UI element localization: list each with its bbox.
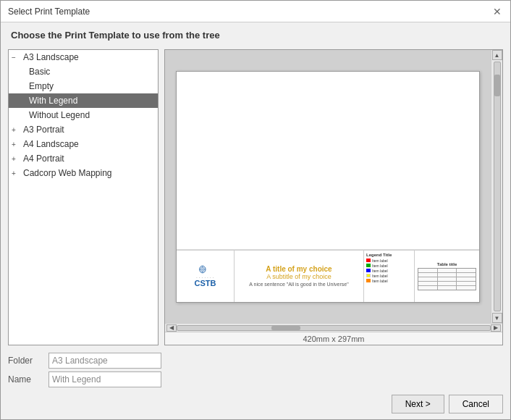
mini-cell-2-0 xyxy=(418,277,438,281)
name-label: Name xyxy=(8,374,43,385)
mini-cell-3-0 xyxy=(418,282,438,285)
expand-icon-a4-landscape: + xyxy=(12,140,23,148)
tree-label-empty: Empty xyxy=(29,81,54,91)
cstb-logo-icon xyxy=(199,264,212,274)
legend-item-1: Item label xyxy=(366,264,412,268)
mini-cell-3-2 xyxy=(457,282,476,285)
tree-item-cadcorp-web-mapping[interactable]: + Cadcorp Web Mapping xyxy=(9,166,158,180)
tree-item-a4-landscape[interactable]: + A4 Landscape xyxy=(9,137,158,151)
legend-color-2 xyxy=(366,269,371,272)
mini-cell-0-2 xyxy=(457,269,476,272)
vertical-scrollbar[interactable]: ▲ ▼ xyxy=(491,50,502,323)
cstb-logo-text: CSTB xyxy=(195,280,216,287)
name-input[interactable] xyxy=(48,371,161,387)
preview-footer: · · · · · · · CSTB A title of my choice … xyxy=(177,250,479,302)
expand-icon-cadcorp: + xyxy=(12,169,23,177)
close-button[interactable]: ✕ xyxy=(491,6,503,17)
legend-title: Legend Title xyxy=(366,253,412,257)
footer-logo: · · · · · · · CSTB xyxy=(177,251,235,302)
name-field-row: Name xyxy=(8,371,503,387)
footer-title-section: A title of my choice A subtitle of my ch… xyxy=(235,251,363,302)
mini-cell-1-2 xyxy=(457,273,476,277)
mini-cell-2-1 xyxy=(438,277,457,281)
expand-icon-a3-portrait: + xyxy=(12,126,23,134)
mini-cell-4-1 xyxy=(438,286,457,290)
preview-panel: · · · · · · · CSTB A title of my choice … xyxy=(164,49,503,345)
table-title: Table title xyxy=(418,262,476,266)
scroll-right-button[interactable]: ▶ xyxy=(491,324,501,332)
preview-size-label: 420mm x 297mm xyxy=(165,332,502,345)
legend-text-3: Item label xyxy=(372,274,388,278)
mini-table-row-4 xyxy=(418,286,476,290)
tree-label-a4-portrait: A4 Portrait xyxy=(23,154,64,164)
dialog-header: Choose the Print Template to use from th… xyxy=(1,22,510,46)
tree-label-without-legend: Without Legend xyxy=(29,110,90,120)
legend-item-0: Item label xyxy=(366,259,412,263)
tree-label-a3-landscape: A3 Landscape xyxy=(23,52,79,62)
legend-color-1 xyxy=(366,264,371,267)
tree-label-with-legend: With Legend xyxy=(29,96,77,106)
preview-page: · · · · · · · CSTB A title of my choice … xyxy=(176,71,480,303)
preview-map-area xyxy=(177,72,479,250)
scroll-thumb-v[interactable] xyxy=(494,75,500,96)
tree-label-cadcorp: Cadcorp Web Mapping xyxy=(23,168,112,178)
footer-description: A nice sentence "All is good in the Univ… xyxy=(249,282,348,287)
legend-text-2: Item label xyxy=(372,269,388,273)
mini-cell-0-1 xyxy=(438,269,457,272)
tree-item-without-legend[interactable]: Without Legend xyxy=(9,108,158,122)
tree-item-a4-portrait[interactable]: + A4 Portrait xyxy=(9,151,158,166)
folder-label: Folder xyxy=(8,356,43,366)
legend-item-4: Item label xyxy=(366,279,412,283)
cancel-button[interactable]: Cancel xyxy=(449,395,503,413)
collapse-icon: − xyxy=(12,54,23,62)
mini-cell-0-0 xyxy=(418,269,438,272)
legend-text-1: Item label xyxy=(372,264,388,268)
next-button[interactable]: Next > xyxy=(392,395,444,413)
horizontal-scrollbar[interactable]: ◀ ▶ xyxy=(165,323,502,332)
tree-panel: − A3 Landscape Basic Empty With Legend W… xyxy=(8,49,159,345)
legend-item-2: Item label xyxy=(366,269,412,273)
button-row: Next > Cancel xyxy=(1,390,510,419)
legend-color-0 xyxy=(366,259,371,262)
folder-input[interactable] xyxy=(48,353,161,369)
legend-text-4: Item label xyxy=(372,279,388,283)
content-area: − A3 Landscape Basic Empty With Legend W… xyxy=(1,46,510,348)
mini-cell-2-2 xyxy=(457,277,476,281)
scroll-track-v xyxy=(494,62,501,311)
select-print-template-dialog: Select Print Template ✕ Choose the Print… xyxy=(0,0,511,420)
scroll-down-button[interactable]: ▼ xyxy=(492,313,502,323)
tree-item-a3-portrait[interactable]: + A3 Portrait xyxy=(9,122,158,137)
footer-table: Table title xyxy=(414,251,479,302)
mini-cell-1-1 xyxy=(438,273,457,277)
legend-item-3: Item label xyxy=(366,274,412,278)
footer-main-title: A title of my choice xyxy=(266,265,331,273)
mini-cell-1-0 xyxy=(418,273,438,277)
scroll-thumb-h[interactable] xyxy=(271,326,300,330)
legend-color-3 xyxy=(366,274,371,277)
mini-table xyxy=(418,268,476,290)
dialog-title: Select Print Template xyxy=(8,7,90,17)
tree-label-a4-landscape: A4 Landscape xyxy=(23,139,79,149)
tree-item-empty[interactable]: Empty xyxy=(9,79,158,93)
mini-cell-3-1 xyxy=(438,282,457,285)
tree-item-a3-landscape[interactable]: − A3 Landscape xyxy=(9,50,158,64)
title-bar: Select Print Template ✕ xyxy=(1,1,510,22)
preview-scroll-container: · · · · · · · CSTB A title of my choice … xyxy=(165,50,502,323)
tree-item-basic[interactable]: Basic xyxy=(9,64,158,79)
scroll-track-h xyxy=(177,325,491,331)
scroll-left-button[interactable]: ◀ xyxy=(166,324,177,332)
bottom-section: Folder Name xyxy=(1,348,510,390)
folder-field-row: Folder xyxy=(8,353,503,369)
legend-color-4 xyxy=(366,279,371,282)
legend-text-0: Item label xyxy=(372,259,388,263)
mini-cell-4-0 xyxy=(418,286,438,290)
tree-label-a3-portrait: A3 Portrait xyxy=(23,125,64,135)
footer-legend: Legend Title Item label Item label xyxy=(363,251,414,302)
footer-subtitle: A subtitle of my choice xyxy=(266,273,331,280)
mini-cell-4-2 xyxy=(457,286,476,290)
scroll-up-button[interactable]: ▲ xyxy=(492,50,502,60)
tree-label-basic: Basic xyxy=(29,67,50,77)
expand-icon-a4-portrait: + xyxy=(12,155,23,163)
preview-scroll-area[interactable]: · · · · · · · CSTB A title of my choice … xyxy=(165,50,491,323)
tree-item-with-legend[interactable]: With Legend xyxy=(9,93,158,108)
